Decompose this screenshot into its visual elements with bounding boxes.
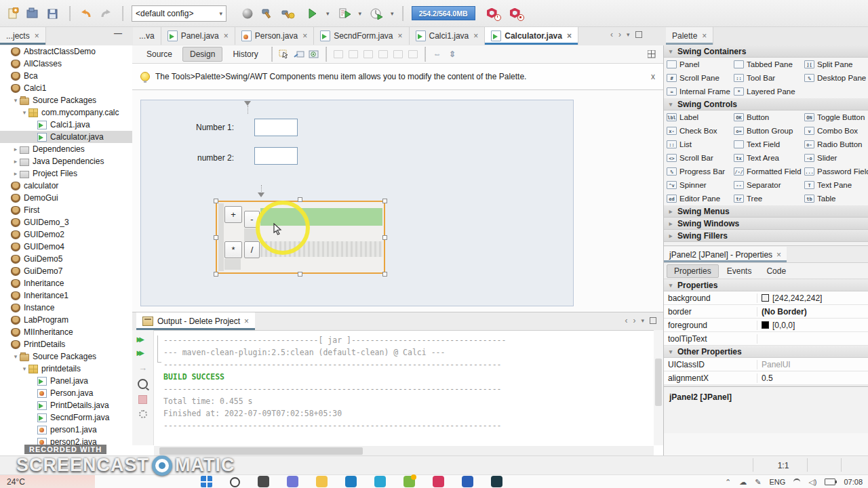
clean-build-project-icon[interactable] [281,6,296,21]
selection-handle[interactable] [382,272,387,277]
palette-item-text-field[interactable]: Text Field [731,138,802,151]
tree-item-calci1-java[interactable]: Calci1.java [0,119,132,131]
tree-item-person-java[interactable]: Person.java [0,387,132,399]
tree-chevron-icon[interactable]: ▾ [20,109,28,116]
tab-history[interactable]: History [225,47,265,62]
tree-item-dependencies[interactable]: ▸Dependencies [0,143,132,155]
property-row-border[interactable]: border(No Border) [664,305,868,319]
palette-section-swing-containers[interactable]: ▾Swing Containers [664,45,868,58]
clock[interactable]: 07:08 [844,478,863,486]
taskbar-icon-netbeans[interactable] [491,476,502,487]
close-icon[interactable]: × [473,31,478,41]
pen-icon[interactable]: ✎ [755,478,761,487]
output-tab[interactable]: Output - Delete Project × [136,312,255,330]
tab-source[interactable]: Source [139,47,180,62]
save-all-icon[interactable] [46,6,61,21]
output-console[interactable]: ---------------------------------[ jar ]… [154,330,654,445]
number1-label[interactable]: Number 1: [192,123,234,132]
palette-item-label[interactable]: lblLabel [664,110,731,124]
close-icon[interactable]: × [567,31,572,41]
palette-item-desktop-pane[interactable]: %Desktop Pane [802,71,868,85]
property-row-foreground[interactable]: foreground[0,0,0] [664,319,868,332]
close-icon[interactable]: × [244,317,249,326]
scroll-tabs-right-icon[interactable]: › [633,316,635,325]
palette-item-button-group[interactable]: o=Button Group [731,124,802,138]
plus-button[interactable]: + [224,206,242,223]
palette-item-scroll-bar[interactable]: <>Scroll Bar [664,151,731,165]
close-icon[interactable]: × [224,31,229,41]
taskbar-icon-search[interactable] [230,477,240,487]
jpanel2-selected[interactable]: + - * / [216,201,385,274]
vertical-resizable-icon[interactable]: ⇕ [446,49,458,60]
tree-item-printdetails[interactable]: ▾printdetails [0,363,132,375]
profile-project-icon[interactable] [370,6,384,21]
scroll-tabs-left-icon[interactable]: ‹ [625,316,627,325]
editor-tab-overflow[interactable]: ...va [133,27,161,45]
palette-item-check-box[interactable]: x-Check Box [664,124,731,138]
anchor-bottom-icon[interactable] [392,49,404,60]
maximize-window-icon[interactable] [650,317,656,324]
preview-design-icon[interactable] [308,49,320,60]
selection-handle[interactable] [214,272,218,277]
palette-item-formatted-field[interactable]: /-/Formatted Field [731,165,802,178]
palette-item-list[interactable]: ::List [664,138,731,151]
tree-item-abstractclassdemo[interactable]: AbstractClassDemo [0,45,132,58]
tree-item-first[interactable]: First [0,204,132,216]
selection-handle[interactable] [382,235,387,240]
tree-item-java-dependencies[interactable]: ▸Java Dependencies [0,155,132,167]
minimize-panel-icon[interactable]: — [114,28,122,38]
tree-chevron-icon[interactable]: ▾ [20,365,28,372]
resume-icon[interactable]: → [138,363,147,373]
number2-label[interactable]: number 2: [192,153,234,163]
palette-section-swing-menus[interactable]: ▸Swing Menus [664,205,868,218]
close-icon[interactable]: × [702,31,707,41]
palette-section-swing-fillers[interactable]: ▸Swing Fillers [664,230,868,242]
palette-item-radio-button[interactable]: o-Radio Button [802,138,868,151]
grid-options-icon[interactable] [646,49,658,60]
memory-indicator[interactable]: 254.2/564.0MB [412,6,475,20]
profiler-clock-icon[interactable] [486,7,500,20]
tree-chevron-icon[interactable]: ▾ [12,353,20,360]
property-value[interactable]: PanelUI [757,360,868,369]
close-icon[interactable]: × [302,31,307,41]
tree-item-source-packages[interactable]: ▾Source Packages [0,350,132,363]
align-left-icon[interactable] [332,49,344,60]
debug-dropdown-icon[interactable]: ▾ [359,10,362,17]
auto-resize-icon[interactable] [407,49,419,60]
selection-handle[interactable] [214,235,218,240]
multiply-button[interactable]: * [224,241,242,258]
palette-item-tabbed-pane[interactable]: Tabbed Pane [731,58,802,71]
property-value[interactable]: (No Border) [757,307,868,317]
tree-chevron-icon[interactable]: ▸ [12,158,20,165]
volume-icon[interactable]: ◁) [808,478,816,487]
tree-item-calculator-java[interactable]: Calculator.java [0,131,132,143]
palette-item-password-field[interactable]: ...Password Field [802,165,868,178]
new-file-icon[interactable] [5,6,20,21]
palette-section-swing-windows[interactable]: ▸Swing Windows [664,218,868,230]
editor-tab-panel-java[interactable]: Panel.java× [161,27,235,45]
tab-list-dropdown-icon[interactable]: ▾ [641,317,644,324]
taskbar-icon-start[interactable] [201,476,212,487]
tree-item-guidemo-3[interactable]: GUIDemo_3 [0,216,132,228]
onedrive-icon[interactable]: ☁ [739,478,747,487]
rerun-with-deps-icon[interactable]: ▶▶ [137,349,149,357]
tree-item-panel-java[interactable]: Panel.java [0,375,132,387]
property-value[interactable]: [242,242,242] [757,293,868,303]
palette-item-progress-bar[interactable]: %Progress Bar [664,165,731,178]
palette-item-slider[interactable]: -oSlider [802,151,868,165]
tree-chevron-icon[interactable]: ▸ [12,170,20,177]
palette-item-tree[interactable]: trTree [731,192,802,205]
selection-handle[interactable] [298,197,302,202]
editor-tab-calci1-java[interactable]: Calci1.java× [410,27,486,45]
tree-item-com-mycompany-calc[interactable]: ▾com.mycompany.calc [0,106,132,119]
tree-item-project-files[interactable]: ▸Project Files [0,167,132,180]
language-indicator[interactable]: ENG [770,478,786,486]
output-vertical-scrollbar[interactable] [654,330,663,445]
connection-mode-icon[interactable] [293,49,305,60]
tree-item-guidemo5[interactable]: GuiDemo5 [0,253,132,265]
anchor-left-icon[interactable] [377,49,389,60]
property-row-tooltiptext[interactable]: toolTipText [664,332,868,346]
property-value[interactable]: 0.5 [757,373,868,383]
minus-button[interactable]: - [244,211,260,228]
tree-item-guidemo4[interactable]: GUIDemo4 [0,241,132,253]
